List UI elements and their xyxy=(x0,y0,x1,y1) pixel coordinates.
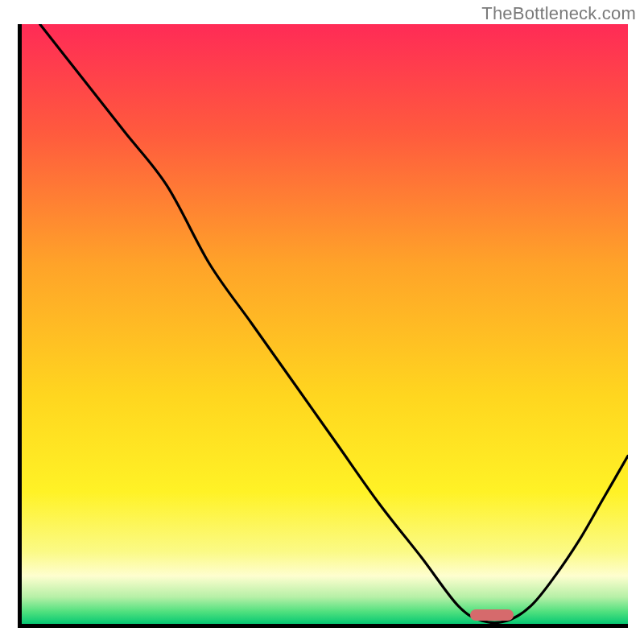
background-gradient xyxy=(22,24,628,624)
plot-area xyxy=(18,24,628,628)
chart-container: TheBottleneck.com xyxy=(0,0,644,644)
optimal-zone-marker xyxy=(470,609,514,621)
svg-rect-0 xyxy=(22,24,628,624)
watermark-text: TheBottleneck.com xyxy=(481,3,636,24)
